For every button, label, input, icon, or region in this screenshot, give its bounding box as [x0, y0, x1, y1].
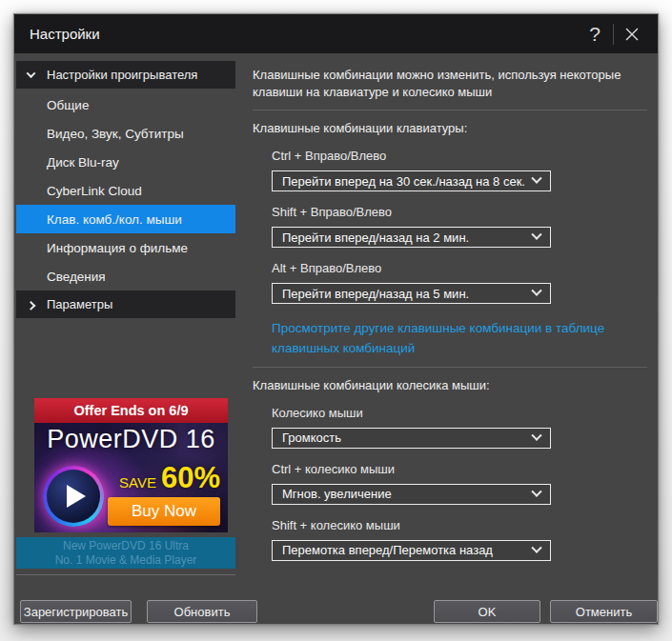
chevron-down-icon — [531, 286, 541, 296]
dialog-title: Настройки — [30, 26, 580, 42]
settings-dialog: Настройки ? Настройки проигрывателя Общи… — [13, 13, 659, 625]
hotkey-table-link[interactable]: Просмотрите другие клавишные комбинации … — [272, 319, 645, 358]
titlebar-separator — [613, 24, 614, 45]
sidebar-item-movie-info[interactable]: Информация о фильме — [16, 233, 235, 262]
promo-footer-line1: New PowerDVD 16 Ultra — [63, 539, 189, 553]
close-icon[interactable] — [618, 20, 646, 49]
sidebar-item-hotkeys-mousewheel[interactable]: Клав. комб./кол. мыши — [16, 205, 235, 233]
chevron-down-icon — [531, 173, 541, 184]
keyboard-section-heading: Клавишные комбинации клавиатуры: — [253, 121, 651, 135]
titlebar: Настройки ? — [14, 14, 658, 53]
update-button[interactable]: Обновить — [147, 600, 257, 623]
sidebar-nav: Настройки проигрывателя Общие Видео, Зву… — [16, 61, 235, 320]
register-button[interactable]: Зарегистрировать — [20, 600, 132, 623]
promo-discount: SAVE 60% — [119, 461, 220, 495]
section-divider — [253, 110, 647, 110]
buy-now-button[interactable]: Buy Now — [108, 497, 220, 526]
chevron-down-icon — [531, 430, 541, 440]
dropdown-value: Перейти вперед/назад на 2 мин. — [282, 230, 533, 245]
chevron-down-icon — [531, 230, 541, 240]
promo-save-label: SAVE — [119, 474, 156, 491]
hotkey-select-ctrl-arrows[interactable]: Перейти вперед на 30 сек./назад на 8 сек… — [272, 170, 551, 191]
chevron-right-icon — [27, 301, 36, 310]
hotkey-select-alt-arrows[interactable]: Перейти вперед/назад на 5 мин. — [272, 283, 551, 304]
promo-body: PowerDVD 16 SAVE 60% Buy Now — [34, 423, 228, 532]
hotkey-label-shift-arrows: Shift + Вправо/Влево — [272, 205, 651, 219]
sidebar-item-bluray-disc[interactable]: Диск Blu-ray — [16, 148, 235, 176]
sidebar-item-information[interactable]: Сведения — [16, 262, 235, 290]
dropdown-value: Мгнов. увеличение — [282, 487, 533, 501]
hotkeys-settings-panel: Клавишные комбинации можно изменить, исп… — [253, 53, 651, 561]
mousewheel-section-heading: Клавишные комбинации колесика мыши: — [253, 378, 651, 392]
hotkey-select-shift-arrows[interactable]: Перейти вперед/назад на 2 мин. — [272, 227, 551, 248]
promo-product-name: PowerDVD 16 — [34, 425, 228, 454]
sidebar-item-cyberlink-cloud[interactable]: CyberLink Cloud — [16, 176, 235, 205]
hotkey-select-shift-mousewheel[interactable]: Перемотка вперед/Перемотка назад — [272, 540, 551, 561]
hotkey-label-shift-mousewheel: Shift + колесико мыши — [272, 518, 651, 532]
play-icon — [43, 466, 104, 527]
ok-button[interactable]: OK — [434, 600, 540, 623]
hotkey-select-ctrl-mousewheel[interactable]: Мгнов. увеличение — [272, 484, 551, 505]
chevron-down-icon — [27, 69, 36, 78]
promo-footer-line2: No. 1 Movie & Media Player — [55, 553, 197, 568]
dropdown-value: Перейти вперед/назад на 5 мин. — [282, 287, 533, 301]
sidebar-group-label: Настройки проигрывателя — [47, 68, 197, 82]
chevron-down-icon — [531, 542, 541, 552]
promo-footer: New PowerDVD 16 Ultra No. 1 Movie & Medi… — [16, 537, 235, 569]
cancel-button[interactable]: Отменить — [550, 600, 658, 623]
sidebar-group-parameters[interactable]: Параметры — [16, 290, 235, 318]
hotkey-label-ctrl-arrows: Ctrl + Вправо/Влево — [272, 149, 651, 163]
hotkey-select-mousewheel[interactable]: Громкость — [272, 428, 551, 449]
sidebar-item-video-audio-subtitles[interactable]: Видео, Звук, Субтитры — [16, 119, 235, 148]
left-panel-divider — [16, 574, 235, 575]
sidebar-group-player-settings[interactable]: Настройки проигрывателя — [16, 61, 235, 89]
promo-banner[interactable]: Offer Ends on 6/9 PowerDVD 16 SAVE 60% B… — [34, 398, 228, 532]
hotkey-label-alt-arrows: Alt + Вправо/Влево — [272, 261, 651, 275]
chevron-down-icon — [531, 486, 541, 496]
sidebar-group-label: Параметры — [47, 297, 112, 311]
help-icon[interactable]: ? — [580, 20, 609, 49]
panel-description: Клавишные комбинации можно изменить, исп… — [253, 67, 640, 101]
dropdown-value: Перемотка вперед/Перемотка назад — [282, 543, 533, 557]
promo-offer-text: Offer Ends on 6/9 — [34, 398, 228, 423]
hotkey-label-mousewheel: Колесико мыши — [272, 406, 651, 420]
dropdown-value: Перейти вперед на 30 сек./назад на 8 сек… — [282, 174, 533, 189]
sidebar-item-general[interactable]: Общие — [16, 90, 235, 119]
promo-save-value: 60% — [161, 461, 220, 495]
hotkey-label-ctrl-mousewheel: Ctrl + колесико мыши — [272, 462, 651, 476]
dropdown-value: Громкость — [282, 431, 533, 445]
section-divider — [253, 367, 647, 368]
